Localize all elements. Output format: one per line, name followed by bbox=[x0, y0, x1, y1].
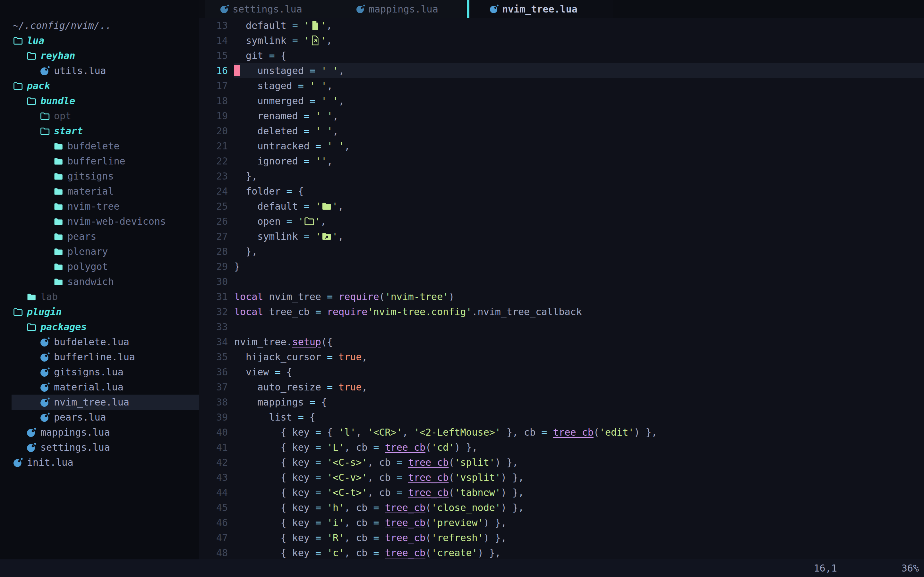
tree-item-bufdelete.lua[interactable]: bufdelete.lua bbox=[0, 334, 199, 350]
tree-item-pears[interactable]: pears bbox=[0, 229, 199, 244]
code-line-41[interactable]: 41 { key = 'L', cb = tree_cb('cd') }, bbox=[199, 440, 924, 455]
code-line-23[interactable]: 23 }, bbox=[199, 169, 924, 184]
line-number: 44 bbox=[199, 485, 234, 500]
tree-item-bufferline[interactable]: bufferline bbox=[0, 153, 199, 169]
code-line-40[interactable]: 40 { key = { 'l', '<CR>', '<2-LeftMouse>… bbox=[199, 425, 924, 440]
code-line-28[interactable]: 28 }, bbox=[199, 244, 924, 259]
code-line-34[interactable]: 34nvim_tree.setup({ bbox=[199, 334, 924, 350]
tree-item-plenary[interactable]: plenary bbox=[0, 244, 199, 259]
code-line-18[interactable]: 18 unmerged = ' ', bbox=[199, 93, 924, 108]
code-line-30[interactable]: 30 bbox=[199, 274, 924, 289]
code-line-15[interactable]: 15 git = { bbox=[199, 48, 924, 63]
tree-item-label: pears.lua bbox=[54, 412, 106, 423]
code-line-16[interactable]: 16 unstaged = ' ', bbox=[199, 63, 924, 78]
code-line-37[interactable]: 37 auto_resize = true, bbox=[199, 380, 924, 395]
tree-item-bundle[interactable]: bundle bbox=[0, 93, 199, 108]
code-line-31[interactable]: 31local nvim_tree = require('nvim-tree') bbox=[199, 289, 924, 304]
tree-item-mappings.lua[interactable]: mappings.lua bbox=[0, 425, 199, 440]
tree-item-gitsigns[interactable]: gitsigns bbox=[0, 169, 199, 184]
code-text: local tree_cb = require'nvim-tree.config… bbox=[234, 304, 924, 319]
code-text: }, bbox=[234, 169, 924, 184]
tree-item-bufdelete[interactable]: bufdelete bbox=[0, 139, 199, 153]
lua-icon bbox=[26, 427, 37, 438]
lua-icon bbox=[356, 4, 365, 14]
code-line-17[interactable]: 17 staged = ' ', bbox=[199, 78, 924, 93]
folder-open-icon bbox=[26, 95, 37, 106]
code-line-14[interactable]: 14 symlink = '', bbox=[199, 33, 924, 48]
folder-open-icon bbox=[13, 306, 23, 318]
code-line-19[interactable]: 19 renamed = ' ', bbox=[199, 108, 924, 123]
code-text: default = '', bbox=[234, 199, 924, 214]
code-line-33[interactable]: 33 bbox=[199, 319, 924, 334]
code-line-48[interactable]: 48 { key = 'c', cb = tree_cb('create') }… bbox=[199, 545, 924, 559]
code-line-35[interactable]: 35 hijack_cursor = true, bbox=[199, 350, 924, 364]
code-line-22[interactable]: 22 ignored = '', bbox=[199, 153, 924, 169]
line-number: 34 bbox=[199, 334, 234, 350]
tree-item-polygot[interactable]: polygot bbox=[0, 259, 199, 274]
code-text: { key = '<C-s>', cb = tree_cb('split') }… bbox=[234, 455, 924, 470]
tree-item-reyhan[interactable]: reyhan bbox=[0, 48, 199, 63]
code-line-32[interactable]: 32local tree_cb = require'nvim-tree.conf… bbox=[199, 304, 924, 319]
lua-icon bbox=[40, 382, 50, 393]
tree-item-label: utils.lua bbox=[54, 65, 106, 76]
tab-mappings.lua[interactable]: mappings.lua bbox=[333, 0, 465, 18]
folder-icon bbox=[53, 156, 63, 167]
tree-item-material[interactable]: material bbox=[0, 184, 199, 199]
tree-item-nvim-tree[interactable]: nvim-tree bbox=[0, 199, 199, 214]
tree-item-utils.lua[interactable]: utils.lua bbox=[0, 63, 199, 78]
code-line-20[interactable]: 20 deleted = ' ', bbox=[199, 123, 924, 139]
code-line-29[interactable]: 29} bbox=[199, 259, 924, 274]
tree-item-lab[interactable]: lab bbox=[0, 289, 199, 304]
tree-root-path[interactable]: ~/.config/nvim/.. bbox=[0, 18, 199, 33]
tree-item-settings.lua[interactable]: settings.lua bbox=[0, 440, 199, 455]
code-text: { key = 'L', cb = tree_cb('cd') }, bbox=[234, 440, 924, 455]
code-line-25[interactable]: 25 default = '', bbox=[199, 199, 924, 214]
code-line-46[interactable]: 46 { key = 'i', cb = tree_cb('preview') … bbox=[199, 515, 924, 530]
code-line-26[interactable]: 26 open = '', bbox=[199, 214, 924, 229]
code-line-13[interactable]: 13 default = '', bbox=[199, 18, 924, 33]
code-text bbox=[234, 274, 924, 289]
line-number: 33 bbox=[199, 319, 234, 334]
code-line-43[interactable]: 43 { key = '<C-v>', cb = tree_cb('vsplit… bbox=[199, 470, 924, 485]
tree-item-sandwich[interactable]: sandwich bbox=[0, 274, 199, 289]
statusline: 16,1 36% bbox=[0, 559, 924, 577]
code-line-21[interactable]: 21 untracked = ' ', bbox=[199, 139, 924, 153]
code-text: view = { bbox=[234, 364, 924, 380]
code-line-27[interactable]: 27 symlink = '', bbox=[199, 229, 924, 244]
line-number: 14 bbox=[199, 33, 234, 48]
code-line-42[interactable]: 42 { key = '<C-s>', cb = tree_cb('split'… bbox=[199, 455, 924, 470]
code-line-39[interactable]: 39 list = { bbox=[199, 410, 924, 425]
tree-item-init.lua[interactable]: init.lua bbox=[0, 455, 199, 470]
tree-item-pack[interactable]: pack bbox=[0, 78, 199, 93]
code-line-38[interactable]: 38 mappings = { bbox=[199, 395, 924, 410]
code-editor[interactable]: 13 default = '',14 symlink = '',15 git =… bbox=[199, 18, 924, 559]
code-line-47[interactable]: 47 { key = 'R', cb = tree_cb('refresh') … bbox=[199, 530, 924, 545]
folder-icon bbox=[53, 186, 63, 197]
line-number: 35 bbox=[199, 350, 234, 364]
tree-item-packages[interactable]: packages bbox=[0, 319, 199, 334]
tree-item-plugin[interactable]: plugin bbox=[0, 304, 199, 319]
tree-item-bufferline.lua[interactable]: bufferline.lua bbox=[0, 350, 199, 364]
code-line-44[interactable]: 44 { key = '<C-t>', cb = tree_cb('tabnew… bbox=[199, 485, 924, 500]
cursor-position: 16,1 bbox=[814, 562, 837, 574]
folder-open-icon bbox=[13, 81, 23, 91]
tree-item-nvim_tree.lua[interactable]: nvim_tree.lua bbox=[0, 395, 199, 410]
code-line-36[interactable]: 36 view = { bbox=[199, 364, 924, 380]
tree-item-nvim-web-devicons[interactable]: nvim-web-devicons bbox=[0, 214, 199, 229]
tree-item-pears.lua[interactable]: pears.lua bbox=[0, 410, 199, 425]
line-number: 38 bbox=[199, 395, 234, 410]
tree-item-label: polygot bbox=[67, 261, 108, 272]
line-number: 37 bbox=[199, 380, 234, 395]
code-line-45[interactable]: 45 { key = 'h', cb = tree_cb('close_node… bbox=[199, 500, 924, 515]
code-line-24[interactable]: 24 folder = { bbox=[199, 184, 924, 199]
tree-item-material.lua[interactable]: material.lua bbox=[0, 380, 199, 395]
tree-item-label: gitsigns bbox=[67, 171, 114, 182]
code-text: renamed = ' ', bbox=[234, 108, 924, 123]
tab-settings.lua[interactable]: settings.lua bbox=[205, 0, 333, 18]
tree-item-label: nvim-web-devicons bbox=[67, 216, 166, 227]
tree-item-opt[interactable]: opt bbox=[0, 108, 199, 123]
tab-nvim_tree.lua[interactable]: nvim_tree.lua bbox=[469, 0, 613, 18]
tree-item-lua[interactable]: lua bbox=[0, 33, 199, 48]
tree-item-gitsigns.lua[interactable]: gitsigns.lua bbox=[0, 364, 199, 380]
tree-item-start[interactable]: start bbox=[0, 123, 199, 139]
